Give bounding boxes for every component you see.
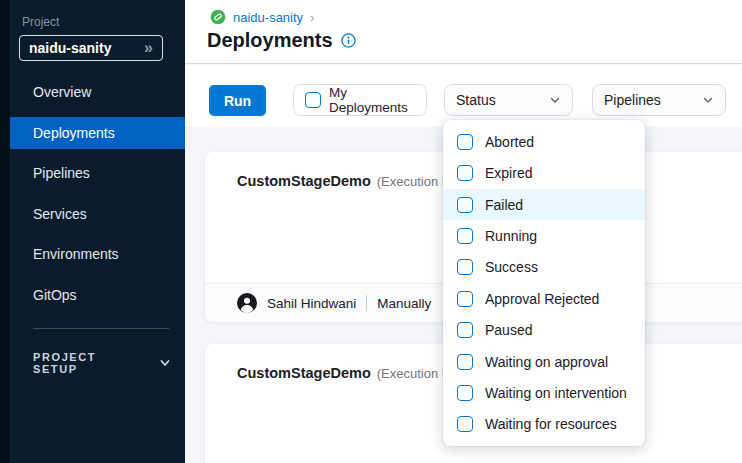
status-option-paused[interactable]: Paused bbox=[443, 314, 645, 345]
page-title: Deployments bbox=[207, 29, 333, 52]
pipelines-filter-label: Pipelines bbox=[604, 92, 661, 108]
breadcrumb: naidu-sanity › bbox=[210, 9, 314, 25]
info-icon[interactable] bbox=[341, 33, 356, 48]
breadcrumb-project-link[interactable]: naidu-sanity bbox=[233, 10, 303, 25]
expand-sidebar-icon[interactable]: » bbox=[144, 40, 153, 56]
status-option-approval-rejected[interactable]: Approval Rejected bbox=[443, 283, 645, 314]
trigger-type: Manually bbox=[377, 296, 431, 311]
sidebar-nav: Overview Deployments Pipelines Services … bbox=[10, 72, 185, 315]
checkbox[interactable] bbox=[457, 259, 473, 275]
project-selector[interactable]: naidu-sanity » bbox=[19, 35, 163, 61]
status-filter-label: Status bbox=[456, 92, 496, 108]
project-setup-toggle[interactable]: PROJECT SETUP bbox=[33, 351, 171, 375]
project-name: naidu-sanity bbox=[29, 40, 144, 56]
status-option-running[interactable]: Running bbox=[443, 220, 645, 251]
project-sidebar: Project naidu-sanity » Overview Deployme… bbox=[10, 0, 185, 463]
sidebar-divider bbox=[33, 328, 169, 329]
sidebar-item-deployments[interactable]: Deployments bbox=[10, 113, 185, 154]
breadcrumb-chevron-icon: › bbox=[310, 11, 314, 24]
checkbox[interactable] bbox=[457, 322, 473, 338]
pipeline-name: CustomStageDemo bbox=[237, 365, 371, 381]
checkbox[interactable] bbox=[457, 416, 473, 432]
pipeline-name: CustomStageDemo bbox=[237, 173, 371, 189]
cd-module-icon bbox=[210, 9, 226, 25]
chevron-down-icon bbox=[159, 357, 171, 369]
chevron-down-icon bbox=[702, 94, 714, 106]
checkbox[interactable] bbox=[457, 354, 473, 370]
checkbox[interactable] bbox=[457, 165, 473, 181]
my-deployments-label: My Deployments bbox=[329, 85, 415, 115]
execution-id-text: (Execution Id bbox=[377, 366, 453, 381]
toolbar: Run My Deployments Status Pipelines bbox=[185, 65, 742, 127]
status-option-success[interactable]: Success bbox=[443, 252, 645, 283]
user-avatar bbox=[237, 293, 257, 313]
checkbox[interactable] bbox=[457, 291, 473, 307]
status-option-waiting-on-intervention[interactable]: Waiting on intervention bbox=[443, 377, 645, 408]
status-option-waiting-for-resources[interactable]: Waiting for resources bbox=[443, 409, 645, 440]
page-header: naidu-sanity › Deployments bbox=[185, 0, 742, 64]
my-deployments-checkbox[interactable] bbox=[305, 92, 321, 108]
status-option-waiting-on-approval[interactable]: Waiting on approval bbox=[443, 346, 645, 377]
triggered-by-user[interactable]: Sahil Hindwani bbox=[267, 296, 356, 311]
status-option-aborted[interactable]: Aborted bbox=[443, 126, 645, 157]
project-label: Project bbox=[22, 15, 59, 29]
execution-id-text: (Execution Id bbox=[377, 174, 453, 189]
sidebar-item-environments[interactable]: Environments bbox=[10, 234, 185, 275]
status-filter-dropdown[interactable]: Status bbox=[444, 84, 573, 116]
status-option-failed[interactable]: Failed bbox=[443, 189, 645, 220]
sidebar-item-overview[interactable]: Overview bbox=[10, 72, 185, 113]
divider bbox=[366, 295, 367, 311]
module-nav-strip[interactable] bbox=[0, 0, 10, 463]
page-title-row: Deployments bbox=[207, 29, 356, 52]
status-dropdown-menu: Aborted Expired Failed Running Success A… bbox=[443, 120, 645, 446]
main-content: naidu-sanity › Deployments Run My Deploy… bbox=[185, 0, 742, 463]
run-button[interactable]: Run bbox=[209, 85, 266, 116]
checkbox[interactable] bbox=[457, 385, 473, 401]
checkbox[interactable] bbox=[457, 197, 473, 213]
sidebar-item-gitops[interactable]: GitOps bbox=[10, 275, 185, 316]
sidebar-item-services[interactable]: Services bbox=[10, 194, 185, 235]
pipelines-filter-dropdown[interactable]: Pipelines bbox=[592, 84, 726, 116]
sidebar-item-pipelines[interactable]: Pipelines bbox=[10, 153, 185, 194]
checkbox[interactable] bbox=[457, 228, 473, 244]
chevron-down-icon bbox=[549, 94, 561, 106]
my-deployments-toggle[interactable]: My Deployments bbox=[293, 84, 427, 116]
app-window: Project naidu-sanity » Overview Deployme… bbox=[0, 0, 742, 463]
status-option-expired[interactable]: Expired bbox=[443, 157, 645, 188]
project-setup-label: PROJECT SETUP bbox=[33, 351, 145, 375]
checkbox[interactable] bbox=[457, 134, 473, 150]
